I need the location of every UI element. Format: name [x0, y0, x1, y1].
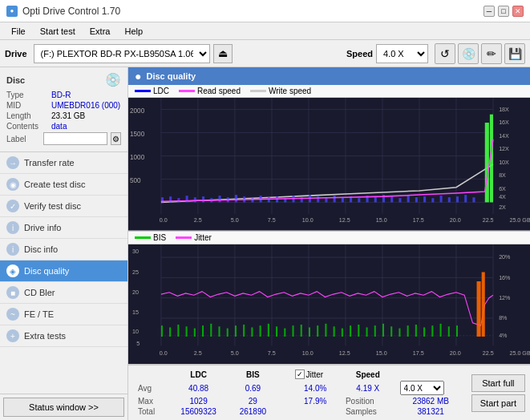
- minimize-button[interactable]: ─: [483, 6, 495, 17]
- sidebar-item-fe-te[interactable]: ~ FE / TE: [0, 304, 127, 325]
- refresh-button[interactable]: ↺: [435, 43, 455, 64]
- legend-bottom: BIS Jitter: [128, 232, 530, 244]
- svg-text:14X: 14X: [499, 132, 509, 139]
- main-layout: Disc 💿 Type BD-R MID UMEBDR016 (000) Len…: [0, 67, 530, 420]
- svg-text:5.0: 5.0: [231, 216, 239, 224]
- svg-text:500: 500: [130, 177, 141, 184]
- stats-table: LDC BIS ✓ Jitter Speed Avg: [133, 369, 467, 417]
- sidebar-item-extra-tests[interactable]: + Extra tests: [0, 325, 127, 347]
- start-part-button[interactable]: Start part: [471, 394, 525, 412]
- svg-rect-102: [202, 325, 204, 337]
- disc-quality-title: Disc quality: [146, 71, 196, 81]
- svg-rect-44: [390, 196, 393, 202]
- max-row-label: Max: [133, 396, 168, 406]
- svg-text:2.5: 2.5: [194, 349, 202, 357]
- svg-text:17.5: 17.5: [413, 349, 424, 357]
- legend-top: LDC Read speed Write speed: [128, 85, 530, 98]
- disc-info-panel: Disc 💿 Type BD-R MID UMEBDR016 (000) Len…: [0, 67, 127, 152]
- svg-text:5: 5: [136, 340, 140, 348]
- label-input[interactable]: [43, 132, 107, 145]
- sidebar-item-transfer-rate[interactable]: → Transfer rate: [0, 152, 127, 174]
- save-button[interactable]: 💾: [504, 43, 525, 64]
- avg-ldc-value: 40.88: [168, 380, 229, 396]
- drive-select[interactable]: (F:) PLEXTOR BD-R PX-LB950SA 1.06: [34, 44, 210, 63]
- menu-help[interactable]: Help: [118, 26, 149, 37]
- svg-text:10.0: 10.0: [302, 216, 314, 224]
- status-window-button[interactable]: Status window >>: [3, 398, 124, 417]
- length-value: 23.31 GB: [51, 111, 85, 120]
- speed-select-stat[interactable]: 4.0 X: [400, 381, 444, 395]
- ldc-label: LDC: [153, 87, 169, 95]
- svg-text:12X: 12X: [499, 145, 509, 152]
- svg-text:20: 20: [132, 288, 139, 296]
- sidebar-item-disc-info[interactable]: i Disc info: [0, 239, 127, 260]
- sidebar-item-cd-bler[interactable]: ■ CD Bler: [0, 282, 127, 304]
- max-jitter-value: 17.9%: [290, 396, 341, 406]
- maximize-button[interactable]: □: [498, 6, 509, 17]
- disc-quality-header: ● Disc quality: [128, 67, 530, 85]
- extra-tests-label: Extra tests: [24, 331, 66, 341]
- menu-start-test[interactable]: Start test: [34, 26, 82, 37]
- samples-value: 381321: [395, 406, 467, 417]
- disc-info-label: Disc info: [24, 244, 58, 254]
- svg-text:7.5: 7.5: [268, 216, 276, 224]
- svg-text:12.5: 12.5: [339, 349, 350, 357]
- svg-rect-127: [407, 325, 409, 337]
- svg-rect-20: [194, 197, 196, 202]
- disc-section-title: Disc: [6, 75, 25, 85]
- app-icon: ●: [6, 6, 18, 17]
- jitter-label: Jitter: [306, 370, 324, 379]
- svg-rect-101: [194, 328, 196, 336]
- svg-text:20.0: 20.0: [450, 216, 461, 224]
- chart-bis: 30 25 20 15 10 5 20% 16% 12% 8% 4% 0.0 2…: [128, 244, 530, 365]
- start-full-button[interactable]: Start full: [471, 374, 525, 392]
- samples-label: Samples: [341, 406, 395, 417]
- max-bis-value: 29: [229, 396, 277, 406]
- svg-rect-108: [251, 327, 253, 336]
- drive-info-icon: i: [6, 221, 19, 234]
- write-button[interactable]: ✏: [481, 43, 502, 64]
- position-value: 23862 MB: [395, 396, 467, 406]
- svg-text:22.5: 22.5: [483, 349, 494, 357]
- speed-col-header: Speed: [341, 369, 395, 380]
- svg-text:18X: 18X: [499, 106, 509, 113]
- speed-select[interactable]: 4.0 X 2.0 X 8.0 X: [376, 44, 428, 63]
- speed-label: Speed: [346, 49, 373, 59]
- drive-label: Drive: [5, 49, 27, 59]
- menu-extra[interactable]: Extra: [83, 26, 117, 37]
- total-row-label: Total: [133, 406, 168, 417]
- app-title: Opti Drive Control 1.70: [22, 6, 120, 17]
- svg-rect-110: [268, 323, 269, 336]
- menu-file[interactable]: File: [5, 26, 32, 37]
- svg-rect-23: [218, 196, 220, 202]
- svg-rect-99: [177, 325, 179, 337]
- close-button[interactable]: ✕: [512, 6, 524, 17]
- ldc-col-header: LDC: [168, 369, 229, 380]
- svg-rect-105: [227, 328, 229, 336]
- svg-text:1500: 1500: [130, 131, 145, 138]
- sidebar-item-drive-info[interactable]: i Drive info: [0, 217, 127, 239]
- sidebar-item-verify-test-disc[interactable]: ✓ Verify test disc: [0, 196, 127, 217]
- chart-ldc-svg: 2000 1500 1000 500 18X 16X 14X 12X 10X 8…: [128, 98, 530, 231]
- disc-info-icon: i: [6, 243, 19, 256]
- svg-rect-21: [202, 196, 204, 202]
- svg-text:2X: 2X: [499, 204, 506, 211]
- svg-rect-81: [128, 244, 530, 364]
- svg-rect-51: [448, 197, 451, 202]
- svg-rect-115: [309, 327, 310, 336]
- svg-rect-120: [350, 325, 351, 337]
- svg-text:20.0: 20.0: [450, 349, 461, 357]
- svg-text:4%: 4%: [499, 331, 508, 339]
- position-label: Position: [341, 396, 395, 406]
- type-value: BD-R: [51, 91, 71, 99]
- label-edit-button[interactable]: ⚙: [111, 132, 121, 145]
- jitter-checkbox[interactable]: ✓: [295, 370, 305, 379]
- disc-button[interactable]: 💿: [458, 43, 479, 64]
- sidebar-item-create-test-disc[interactable]: ◉ Create test disc: [0, 174, 127, 196]
- eject-button[interactable]: ⏏: [213, 44, 233, 63]
- svg-text:30: 30: [132, 248, 139, 256]
- svg-rect-103: [210, 323, 212, 336]
- svg-text:10.0: 10.0: [302, 349, 314, 357]
- sidebar-item-disc-quality[interactable]: ◈ Disc quality: [0, 260, 127, 282]
- svg-text:12%: 12%: [499, 293, 511, 301]
